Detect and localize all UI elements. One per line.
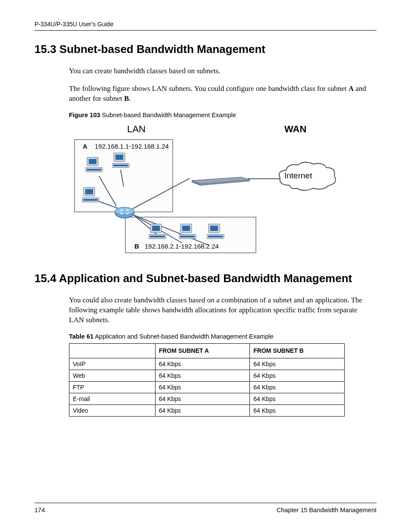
svg-rect-23 <box>208 236 223 237</box>
bold-a: A <box>349 84 354 93</box>
table-cell: 64 Kbps <box>250 370 345 381</box>
table-caption: Table 61 Application and Subnet-based Ba… <box>69 333 372 340</box>
section-heading-15-4: 15.4 Application and Subnet-based Bandwi… <box>34 272 377 285</box>
table-cell: FTP <box>69 381 156 393</box>
svg-rect-1 <box>89 159 97 164</box>
table-cell: Web <box>69 370 156 381</box>
section-heading-15-3: 15.3 Subnet-based Bandwidth Management <box>34 43 377 56</box>
section-15-3-body: You can create bandwidth classes based o… <box>69 66 372 260</box>
para-15-3-2: The following figure shows LAN subnets. … <box>69 84 372 104</box>
text: The following figure shows LAN subnets. … <box>69 84 349 93</box>
figure-caption: Figure 103 Subnet-based Bandwidth Manage… <box>69 112 372 118</box>
table-row: Video 64 Kbps 64 Kbps <box>69 404 345 416</box>
pc-icon <box>149 223 167 240</box>
table-cell: 64 Kbps <box>155 358 250 370</box>
subnet-b-ip-range: 192.168.2.1-192.168.2.24 <box>145 243 219 250</box>
pc-icon <box>207 223 225 240</box>
figure-number: Figure 103 <box>69 112 100 118</box>
figure-103: LAN WAN A 192.168.1.1-192.168.1.24 B 192… <box>69 122 342 260</box>
internet-label: Internet <box>284 171 312 180</box>
pc-icon <box>179 223 197 240</box>
table-row: VoIP 64 Kbps 64 Kbps <box>69 358 345 370</box>
bold-b: B <box>124 94 129 103</box>
page-number: 174 <box>34 507 45 513</box>
pc-icon <box>85 156 103 174</box>
table-cell: 64 Kbps <box>250 393 345 404</box>
table-row: FTP 64 Kbps 64 Kbps <box>69 381 345 393</box>
svg-rect-7 <box>113 165 128 166</box>
table-number: Table 61 <box>69 333 93 340</box>
para-15-4-1: You could also create bandwidth classes … <box>69 296 372 325</box>
table-row: Web 64 Kbps 64 Kbps <box>69 370 345 381</box>
subnet-a-letter: A <box>83 143 87 150</box>
svg-rect-3 <box>87 169 101 171</box>
para-15-3-1: You can create bandwidth classes based o… <box>69 66 372 76</box>
router-icon <box>114 206 135 220</box>
table-cell: 64 Kbps <box>250 404 345 416</box>
table-header-cell <box>69 343 156 358</box>
table-cell: 64 Kbps <box>155 370 250 381</box>
svg-rect-15 <box>150 236 165 237</box>
modem-icon <box>192 173 250 186</box>
wan-label: WAN <box>284 124 306 135</box>
table-cell: 64 Kbps <box>155 393 250 404</box>
svg-rect-9 <box>85 189 93 194</box>
table-61: FROM SUBNET A FROM SUBNET B VoIP 64 Kbps… <box>69 343 345 417</box>
section-15-4-body: You could also create bandwidth classes … <box>69 296 372 417</box>
running-header: P-334U/P-335U User's Guide <box>34 21 377 31</box>
figure-title: Subnet-based Bandwidth Management Exampl… <box>100 112 236 118</box>
table-header-cell: FROM SUBNET B <box>250 343 345 358</box>
page: P-334U/P-335U User's Guide 15.3 Subnet-b… <box>0 0 411 531</box>
table-cell: 64 Kbps <box>155 381 250 393</box>
page-footer: 174 Chapter 15 Bandwidth Management <box>34 503 377 513</box>
table-header-row: FROM SUBNET A FROM SUBNET B <box>69 343 345 358</box>
table-header-cell: FROM SUBNET A <box>155 343 250 358</box>
subnet-b-letter: B <box>134 243 139 250</box>
table-cell: 64 Kbps <box>250 381 345 393</box>
svg-rect-17 <box>182 226 190 231</box>
svg-rect-19 <box>180 236 195 237</box>
table-cell: Video <box>69 404 156 416</box>
table-cell: VoIP <box>69 358 156 370</box>
svg-point-25 <box>115 207 134 215</box>
lan-label: LAN <box>127 124 146 135</box>
table-cell: 64 Kbps <box>155 404 250 416</box>
table-title: Application and Subnet-based Bandwidth M… <box>93 333 274 340</box>
table-row: E-mail 64 Kbps 64 Kbps <box>69 393 345 404</box>
table-cell: E-mail <box>69 393 156 404</box>
svg-rect-11 <box>83 199 98 201</box>
subnet-a-ip-range: 192.168.1.1-192.168.1.24 <box>95 143 169 150</box>
svg-rect-21 <box>210 226 218 231</box>
text: . <box>129 94 131 103</box>
svg-rect-13 <box>152 226 160 231</box>
wire <box>248 178 280 179</box>
svg-rect-5 <box>115 155 123 160</box>
pc-icon <box>82 187 100 204</box>
table-cell: 64 Kbps <box>250 358 345 370</box>
chapter-label: Chapter 15 Bandwidth Management <box>277 507 377 513</box>
pc-icon <box>112 152 130 169</box>
